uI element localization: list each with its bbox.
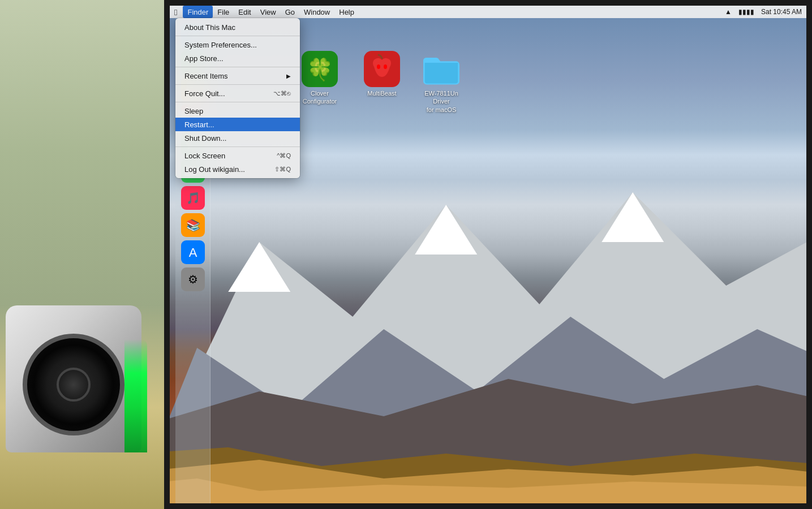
multibeast-icon bbox=[364, 51, 400, 87]
menubar-go[interactable]: Go bbox=[281, 6, 299, 18]
wifi-icon[interactable]: ▲ bbox=[725, 8, 732, 16]
menu-item-about[interactable]: About This Mac bbox=[175, 20, 300, 34]
multibeast-label: MultiBeast bbox=[367, 89, 396, 97]
menubar-right: ▲ ▮▮▮▮ Sat 10:45 AM bbox=[725, 8, 802, 16]
recent-items-arrow: ▶ bbox=[286, 73, 291, 79]
menu-item-sysprefs[interactable]: System Preferences... bbox=[175, 38, 300, 51]
speaker bbox=[0, 294, 147, 452]
menu-separator-1 bbox=[175, 36, 300, 36]
dock-icon-system-prefs[interactable]: ⚙ bbox=[181, 267, 205, 292]
svg-text:🎵: 🎵 bbox=[186, 191, 200, 205]
ew7811-folder-icon bbox=[423, 51, 459, 87]
battery-icon: ▮▮▮▮ bbox=[738, 8, 754, 16]
svg-text:⚙: ⚙ bbox=[188, 273, 198, 286]
dock-icon-music[interactable]: 🎵 bbox=[181, 186, 205, 210]
dock-icon-appstore[interactable]: A bbox=[181, 240, 205, 265]
menu-separator-5 bbox=[175, 146, 300, 147]
svg-text:🍀: 🍀 bbox=[307, 57, 334, 83]
clover-icon-label: CloverConfigurator bbox=[303, 89, 337, 106]
menu-item-recent[interactable]: Recent Items ▶ bbox=[175, 69, 300, 83]
svg-point-44 bbox=[384, 64, 387, 69]
clover-icon: 🍀 bbox=[302, 51, 338, 87]
apple-logo-icon:  bbox=[174, 7, 177, 17]
dock-icon-books[interactable]: 📚 bbox=[181, 213, 205, 238]
menubar-window[interactable]: Window bbox=[299, 6, 334, 18]
menu-item-lockscreen[interactable]: Lock Screen ^⌘Q bbox=[175, 149, 300, 162]
menubar-view[interactable]: View bbox=[256, 6, 281, 18]
svg-text:A: A bbox=[188, 245, 197, 260]
apple-menu-trigger[interactable]:  bbox=[174, 7, 177, 17]
logout-shortcut: ⇧⌘Q bbox=[274, 166, 291, 173]
menu-item-restart[interactable]: Restart... bbox=[175, 118, 300, 131]
menu-item-logout[interactable]: Log Out wikigain... ⇧⌘Q bbox=[175, 162, 300, 176]
menu-separator-2 bbox=[175, 67, 300, 67]
lockscreen-shortcut: ^⌘Q bbox=[277, 152, 291, 159]
svg-point-43 bbox=[377, 64, 380, 69]
menu-item-shutdown[interactable]: Shut Down... bbox=[175, 131, 300, 145]
desktop-icon-clover[interactable]: 🍀 CloverConfigurator bbox=[294, 51, 345, 106]
svg-text:📚: 📚 bbox=[186, 218, 200, 232]
monitor:  Finder File Edit View Go Window Help bbox=[164, 0, 812, 509]
desktop-icon-multibeast[interactable]: MultiBeast bbox=[356, 51, 407, 97]
desktop-icons-area: 🍀 CloverConfigurator bbox=[226, 34, 795, 503]
menu-item-appstore[interactable]: App Store... bbox=[175, 51, 300, 65]
menu-separator-3 bbox=[175, 84, 300, 85]
menubar-file[interactable]: File bbox=[213, 6, 234, 18]
menubar-help[interactable]: Help bbox=[334, 6, 359, 18]
clock: Sat 10:45 AM bbox=[761, 8, 802, 16]
menu-separator-4 bbox=[175, 102, 300, 102]
menubar:  Finder File Edit View Go Window Help bbox=[170, 6, 806, 18]
menu-item-sleep[interactable]: Sleep bbox=[175, 104, 300, 118]
ew7811-label: EW-7811Un Driverfor macOS bbox=[416, 89, 467, 114]
menu-item-forcequit[interactable]: Force Quit... ⌥⌘⎋ bbox=[175, 87, 300, 100]
monitor-screen:  Finder File Edit View Go Window Help bbox=[170, 6, 806, 503]
desktop-icon-ew7811[interactable]: EW-7811Un Driverfor macOS bbox=[416, 51, 467, 114]
apple-menu-dropdown: About This Mac System Preferences... App… bbox=[175, 18, 300, 178]
forcequit-shortcut: ⌥⌘⎋ bbox=[273, 90, 291, 97]
menubar-edit[interactable]: Edit bbox=[234, 6, 255, 18]
menubar-finder[interactable]: Finder bbox=[183, 6, 213, 18]
